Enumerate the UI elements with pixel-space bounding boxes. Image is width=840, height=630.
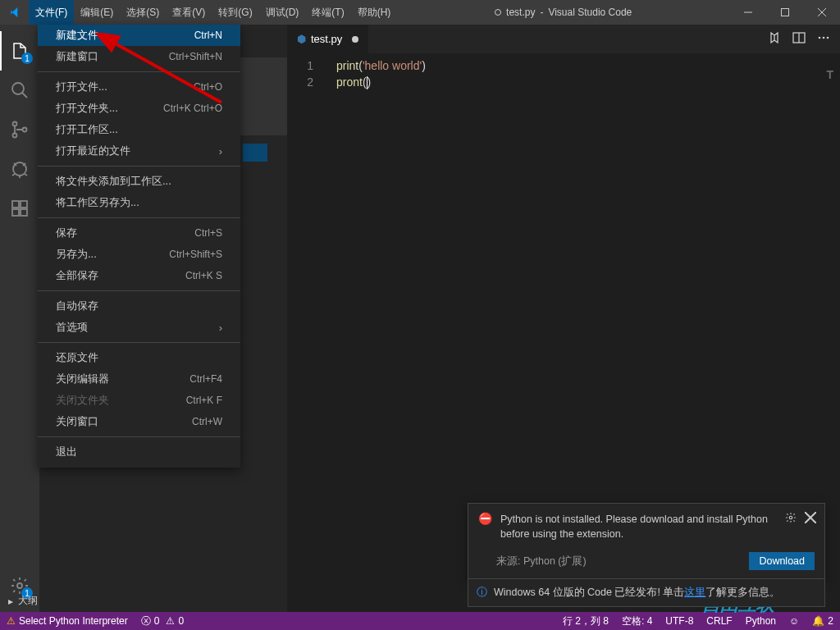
notification-source: 来源: Python (扩展) [496, 555, 587, 568]
menu-item[interactable]: 将工作区另存为... [38, 192, 240, 213]
warning-icon: ⚠ [7, 615, 16, 627]
menu-item[interactable]: 首选项› [38, 317, 240, 338]
menu-bar: 文件(F) 编辑(E) 选择(S) 查看(V) 转到(G) 调试(D) 终端(T… [29, 0, 397, 25]
menu-item[interactable]: 自动保存 [38, 295, 240, 317]
status-spaces[interactable]: 空格: 4 [615, 612, 659, 630]
menu-item[interactable]: 打开工作区... [38, 119, 240, 140]
menu-item[interactable]: 打开最近的文件› [38, 140, 240, 162]
status-feedback[interactable]: ☺ [783, 612, 806, 630]
file-menu-dropdown: 新建文件Ctrl+N新建窗口Ctrl+Shift+N打开文件...Ctrl+O打… [38, 25, 240, 468]
menu-item[interactable]: 全部保存Ctrl+K S [38, 265, 240, 286]
menu-item[interactable]: 还原文件 [38, 347, 240, 368]
warning-count-icon: ⚠ [166, 615, 175, 627]
menu-item[interactable]: 另存为...Ctrl+Shift+S [38, 244, 240, 265]
editor-tab-bar: ⬢ test.py [287, 25, 840, 53]
svg-rect-1 [781, 9, 788, 16]
menu-item-label: 还原文件 [56, 350, 98, 365]
menu-item-label: 将文件夹添加到工作区... [56, 174, 171, 189]
error-icon: ⛔ [478, 512, 492, 525]
menu-item-label: 另存为... [56, 247, 97, 262]
gear-icon[interactable] [785, 512, 797, 526]
status-problems[interactable]: ⓧ0 ⚠0 [135, 612, 190, 630]
status-notifications[interactable]: 🔔2 [806, 612, 840, 630]
notification-message: Python is not installed. Please download… [500, 512, 777, 543]
svg-point-19 [823, 36, 825, 39]
menu-terminal[interactable]: 终端(T) [305, 0, 350, 25]
menu-item-label: 保存 [56, 226, 77, 240]
menu-item-shortcut: Ctrl+Shift+S [169, 249, 222, 260]
status-eol[interactable]: CRLF [700, 612, 738, 630]
title-sep: - [540, 7, 543, 18]
code-content[interactable]: print('hello world') pront() [336, 57, 426, 90]
menu-item[interactable]: 关闭窗口Ctrl+W [38, 411, 240, 432]
compare-changes-icon[interactable] [768, 31, 781, 48]
chevron-right-icon: ▸ [8, 596, 13, 607]
menu-file[interactable]: 文件(F) [29, 0, 74, 25]
status-encoding[interactable]: UTF-8 [659, 612, 700, 630]
menu-item-label: 新建窗口 [56, 49, 98, 64]
menu-go[interactable]: 转到(G) [212, 0, 258, 25]
activity-scm[interactable] [0, 110, 39, 149]
menu-select[interactable]: 选择(S) [120, 0, 166, 25]
window-title: test.py - Visual Studio Code [397, 7, 729, 18]
status-language[interactable]: Python [739, 612, 783, 630]
menu-item[interactable]: 打开文件...Ctrl+O [38, 76, 240, 98]
menu-item: 关闭文件夹Ctrl+K F [38, 390, 240, 411]
maximize-button[interactable] [766, 0, 803, 25]
activity-bar: 1 1 [0, 25, 39, 612]
outline-label: 大纲 [18, 594, 38, 608]
code-line-2: pront() [336, 74, 426, 90]
title-bar: 文件(F) 编辑(E) 选择(S) 查看(V) 转到(G) 调试(D) 终端(T… [0, 0, 840, 25]
minimap[interactable]: T [826, 68, 833, 81]
svg-point-7 [13, 134, 17, 138]
svg-point-21 [789, 516, 792, 519]
menu-item[interactable]: 新建窗口Ctrl+Shift+N [38, 46, 240, 67]
notification-windows-64: ⓘ Windows 64 位版的 Code 已经发布! 单击这里了解更多信息。 [468, 578, 825, 607]
chevron-right-icon: › [219, 145, 222, 158]
menu-item-shortcut: Ctrl+K S [185, 270, 222, 281]
activity-explorer[interactable]: 1 [0, 31, 39, 71]
menu-separator [38, 342, 240, 343]
sidebar-selected-item[interactable] [243, 144, 267, 162]
more-actions-icon[interactable] [817, 31, 830, 48]
title-app: Visual Studio Code [548, 7, 632, 18]
download-button[interactable]: Download [749, 552, 815, 570]
menu-item[interactable]: 保存Ctrl+S [38, 222, 240, 244]
activity-extensions[interactable] [0, 189, 39, 228]
close-icon[interactable] [805, 512, 816, 526]
menu-item[interactable]: 将文件夹添加到工作区... [38, 171, 240, 192]
menu-edit[interactable]: 编辑(E) [74, 0, 120, 25]
tab-test-py[interactable]: ⬢ test.py [287, 25, 368, 53]
menu-item-shortcut: Ctrl+O [194, 81, 222, 93]
menu-separator [38, 166, 240, 167]
editor-actions [768, 31, 840, 48]
line-number: 2 [287, 74, 328, 90]
menu-view[interactable]: 查看(V) [166, 0, 212, 25]
menu-help[interactable]: 帮助(H) [351, 0, 398, 25]
menu-item-shortcut: Ctrl+S [194, 227, 222, 239]
minimize-button[interactable] [729, 0, 766, 25]
menu-debug[interactable]: 调试(D) [259, 0, 306, 25]
close-button[interactable] [803, 0, 840, 25]
here-link[interactable]: 这里 [684, 587, 705, 598]
svg-point-20 [827, 36, 829, 39]
menu-item-label: 打开文件夹... [56, 101, 118, 116]
svg-rect-12 [12, 209, 19, 216]
menu-item[interactable]: 新建文件Ctrl+N [38, 25, 240, 46]
status-interpreter[interactable]: ⚠ Select Python Interpreter [0, 612, 135, 630]
svg-rect-10 [12, 201, 19, 208]
activity-debug[interactable] [0, 149, 39, 189]
menu-item[interactable]: 关闭编辑器Ctrl+F4 [38, 368, 240, 390]
menu-item[interactable]: 打开文件夹...Ctrl+K Ctrl+O [38, 98, 240, 119]
menu-item[interactable]: 退出 [38, 441, 240, 463]
menu-item-label: 全部保存 [56, 268, 98, 283]
menu-separator [38, 436, 240, 437]
menu-item-label: 将工作区另存为... [56, 195, 139, 210]
menu-item-label: 关闭窗口 [56, 414, 98, 429]
window-controls [729, 0, 840, 25]
activity-search[interactable] [0, 71, 39, 110]
split-editor-icon[interactable] [792, 31, 806, 48]
status-line-col[interactable]: 行 2，列 8 [556, 612, 615, 630]
menu-item-shortcut: Ctrl+K Ctrl+O [163, 103, 222, 114]
tab-filename: test.py [311, 33, 342, 45]
